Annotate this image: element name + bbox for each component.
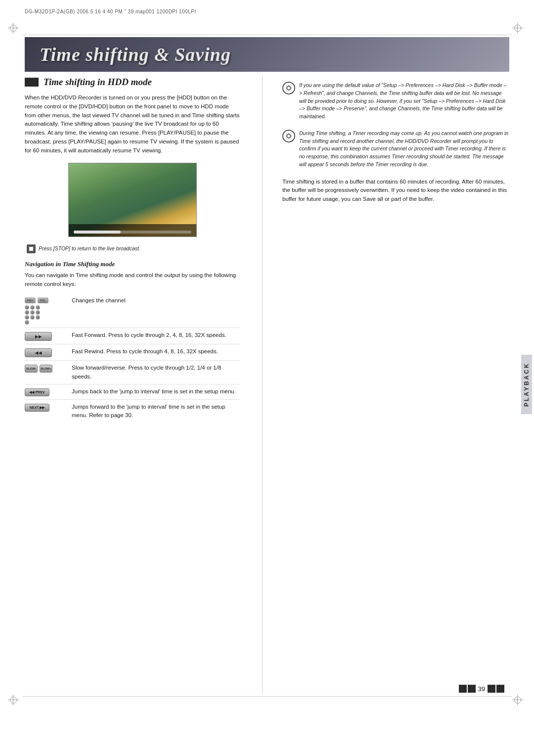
prev-button-icon: ◀◀ PREV [25, 388, 49, 396]
rw-button-icon: ◀◀ [25, 348, 52, 357]
pn-box [488, 685, 495, 693]
page-num-boxes-r [488, 685, 504, 693]
page-title: Time shifting & Saving [40, 44, 231, 65]
stop-inner [29, 247, 33, 251]
playback-sidebar: PLAYBACK [519, 77, 534, 692]
film-inner [286, 86, 291, 91]
image-progress-bar [74, 231, 191, 234]
reg-mark-bl [10, 697, 20, 707]
playback-label: PLAYBACK [521, 355, 532, 414]
control-row-channel: PR+ PR- [25, 293, 240, 328]
control-desc-next: Jumps forward to the 'jump to interval' … [72, 403, 240, 420]
pn-box [496, 685, 504, 693]
border-bottom [22, 696, 512, 697]
control-row-next: NEXT ▶▶ Jumps forward to the 'jump to in… [25, 400, 240, 423]
film-inner-2 [286, 134, 291, 139]
ch-dot [30, 310, 35, 315]
reg-mark-tr [514, 25, 524, 35]
controls-list: PR+ PR- [25, 293, 240, 423]
slow-plus-icon: SLOW+ [40, 365, 52, 373]
ff-icon-area: ▶▶ [25, 331, 64, 341]
right-column: If you are using the default value of "S… [272, 77, 509, 694]
image-progress-fill [74, 231, 121, 234]
page-num-text: 39 [478, 685, 485, 693]
ff-button-icon: ▶▶ [25, 332, 52, 341]
page-num-boxes [459, 685, 476, 693]
header-meta: DG-M32D1P-2A(GB) 2006.5.16 4:40 PM ˜ 39 … [25, 9, 196, 14]
ch-arrows: PR+ PR- [25, 297, 48, 303]
pn-box [468, 685, 476, 693]
nav-section-title: Navigation in Time Shifting mode [25, 260, 240, 268]
rw-icon-area: ◀◀ [25, 347, 64, 357]
column-divider [262, 77, 263, 694]
control-desc-channel: Changes the channel [72, 296, 240, 305]
next-icon-area: NEXT ▶▶ [25, 403, 64, 412]
main-content: Time shifting in HDD mode When the HDD/D… [25, 77, 509, 694]
ch-dot [25, 305, 29, 310]
ch-dot [36, 305, 40, 310]
note-icon-1 [282, 82, 295, 94]
ch-dot [25, 315, 29, 320]
control-row-ff: ▶▶ Fast Forward. Press to cycle through … [25, 328, 240, 344]
section-header: Time shifting in HDD mode [25, 77, 240, 88]
left-column: Time shifting in HDD mode When the HDD/D… [25, 77, 252, 694]
channel-buttons-icon: PR+ PR- [25, 297, 48, 325]
reg-mark-br [514, 697, 524, 707]
control-desc-prev: Jumps back to the 'jump to interval' tim… [72, 387, 240, 396]
press-stop-text: Press [STOP] to return to the live broad… [39, 245, 140, 253]
film-outer-2 [282, 130, 295, 142]
ch-dot [36, 315, 40, 320]
ch-row-3 [25, 315, 48, 320]
ch-dot [30, 305, 35, 310]
press-stop-note: Press [STOP] to return to the live broad… [25, 244, 240, 253]
slow-icon-area: SLOW- SLOW+ [25, 364, 64, 373]
note-box-2: During Time shifting, a Timer recording … [282, 130, 509, 169]
slow-buttons-icon: SLOW- SLOW+ [25, 365, 52, 373]
control-desc-rw: Fast Rewind. Press to cycle through 4, 8… [72, 347, 240, 356]
ch-row-1 [25, 305, 48, 310]
channel-icon-area: PR+ PR- [25, 296, 64, 325]
ch-arrow-down: PR- [38, 297, 48, 303]
nav-body: You can navigate in Time shifting mode a… [25, 271, 240, 289]
control-desc-slow: Slow forward/reverse. Press to cycle thr… [72, 364, 240, 381]
film-outer [282, 82, 295, 94]
note-text-1: If you are using the default value of "S… [299, 82, 509, 121]
section-title: Time shifting in HDD mode [44, 77, 152, 88]
section-body-p1: When the HDD/DVD Recorder is turned on o… [25, 94, 240, 155]
ch-row-4 [25, 320, 48, 325]
title-banner: Time shifting & Saving [25, 37, 509, 72]
page-container: DG-M32D1P-2A(GB) 2006.5.16 4:40 PM ˜ 39 … [0, 0, 534, 756]
control-row-slow: SLOW- SLOW+ Slow forward/reverse. Press … [25, 361, 240, 384]
next-button-icon: NEXT ▶▶ [25, 404, 49, 412]
note-box-1: If you are using the default value of "S… [282, 82, 509, 121]
right-main-para: Time shifting is stored in a buffer that… [282, 178, 509, 204]
reg-mark-tl [10, 25, 20, 35]
ch-dot [25, 320, 29, 325]
ch-row-2 [25, 310, 48, 315]
section-bar-icon [25, 78, 39, 87]
note-icon-2 [282, 130, 295, 142]
border-top [22, 35, 512, 35]
prev-icon-area: ◀◀ PREV [25, 387, 64, 396]
note-text-2: During Time shifting, a Timer recording … [299, 130, 509, 169]
page-number: 39 [459, 685, 504, 693]
ch-dot [30, 315, 35, 320]
control-row-prev: ◀◀ PREV Jumps back to the 'jump to inter… [25, 384, 240, 400]
ch-dot [36, 310, 40, 315]
pn-box [459, 685, 467, 693]
control-desc-ff: Fast Forward. Press to cycle through 2, … [72, 331, 240, 339]
tv-screenshot [68, 163, 197, 237]
slow-minus-icon: SLOW- [25, 365, 38, 373]
ch-dot [25, 310, 29, 315]
control-row-rw: ◀◀ Fast Rewind. Press to cycle through 4… [25, 344, 240, 361]
stop-icon [27, 244, 36, 253]
ch-arrow-up: PR+ [25, 297, 36, 303]
